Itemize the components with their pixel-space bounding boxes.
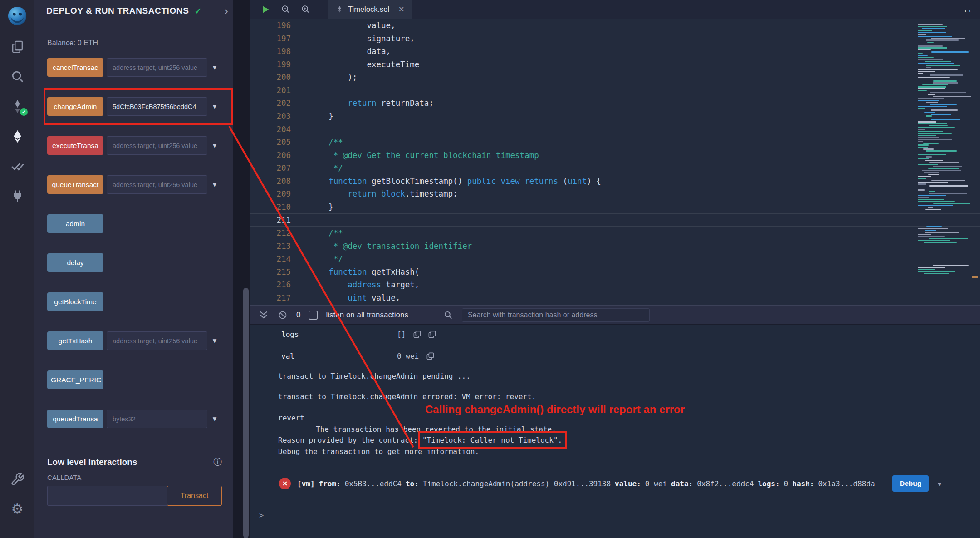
line-number: 215 xyxy=(250,266,291,279)
getTxHash-button[interactable]: getTxHash xyxy=(47,331,103,350)
GRACE_PERIC-button[interactable]: GRACE_PERIC xyxy=(47,370,103,389)
admin-button[interactable]: admin xyxy=(47,214,103,233)
changeAdmin-button[interactable]: changeAdmin xyxy=(47,97,103,116)
tx-value: Timelock.changeAdmin(address) 0xd91...39… xyxy=(423,479,611,488)
debug-button[interactable]: Debug xyxy=(892,475,929,492)
debugger-tools-icon[interactable] xyxy=(8,470,26,488)
line-number: 211 xyxy=(250,214,291,226)
line-number: 203 xyxy=(250,110,291,123)
code-line-204: 204 xyxy=(250,123,980,136)
kv-value: [] xyxy=(397,330,406,339)
remix-logo-icon[interactable] xyxy=(7,5,28,26)
terminal: 0 listen on all transactions logs[]val0 … xyxy=(250,305,980,538)
changeAdmin-input[interactable] xyxy=(107,97,207,116)
plugin-manager-icon[interactable] xyxy=(8,187,26,205)
code-line-197: 197 signature, xyxy=(250,32,980,45)
unit-testing-icon[interactable] xyxy=(8,157,26,175)
settings-gear-icon[interactable]: ⚙ xyxy=(8,500,26,518)
panel-collapse-chevron-icon[interactable]: › xyxy=(224,5,228,17)
line-number: 196 xyxy=(250,19,291,32)
code-line-210: 210 } xyxy=(250,201,980,214)
kv-key: val xyxy=(281,352,397,360)
clear-console-icon[interactable] xyxy=(277,310,288,321)
line-number: 210 xyxy=(250,201,291,214)
queuedTransa-input[interactable] xyxy=(107,410,207,428)
code-line-209: 209 return block.timestamp; xyxy=(250,188,980,201)
copy-icon[interactable] xyxy=(413,330,421,339)
solidity-compiler-icon[interactable]: ✓ xyxy=(8,97,26,115)
queueTransact-button[interactable]: queueTransact xyxy=(47,175,103,194)
tab-timelock-sol[interactable]: Timelock.sol ✕ xyxy=(328,0,412,19)
expand-chevron-icon[interactable]: ▾ xyxy=(207,102,222,111)
expand-transaction-chevron-icon[interactable]: ▾ xyxy=(937,479,942,489)
expand-chevron-icon[interactable]: ▾ xyxy=(207,63,222,72)
function-row-changeAdmin: changeAdmin▾ xyxy=(47,97,222,116)
executeTransa-button[interactable]: executeTransa xyxy=(47,136,103,155)
code-line-207: 207 */ xyxy=(250,162,980,175)
line-number: 200 xyxy=(250,71,291,84)
log-transact-errored: transact to Timelock.changeAdmin errored… xyxy=(278,392,980,401)
expand-terminal-chevrons-icon[interactable] xyxy=(258,310,269,321)
zoom-out-icon[interactable] xyxy=(279,4,291,15)
revert-head: revert xyxy=(278,413,980,424)
tx-label: logs: xyxy=(758,479,779,488)
transact-button[interactable]: Transact xyxy=(167,486,222,506)
kv-key: logs xyxy=(281,330,397,339)
deploy-and-run-icon[interactable] xyxy=(8,127,26,145)
editor-minimap[interactable] xyxy=(916,19,970,305)
code-line-208: 208 function getBlockTimestamp() public … xyxy=(250,175,980,188)
copy-icon[interactable] xyxy=(428,330,436,339)
terminal-kv-val: val0 wei xyxy=(281,350,980,362)
zoom-in-icon[interactable] xyxy=(299,4,311,15)
line-number: 213 xyxy=(250,240,291,253)
line-number: 205 xyxy=(250,136,291,149)
tx-label: to: xyxy=(406,479,419,488)
revert-message-block: revert The transaction has been reverted… xyxy=(278,413,980,457)
tx-value: 0x1a3...d88da xyxy=(818,479,875,488)
terminal-prompt[interactable]: > xyxy=(259,511,980,520)
code-line-202: 202 return returnData; xyxy=(250,97,980,110)
cancelTransac-input[interactable] xyxy=(107,58,207,77)
queuedTransa-button[interactable]: queuedTransa xyxy=(47,410,103,428)
expand-chevron-icon[interactable]: ▾ xyxy=(207,336,222,346)
overview-ruler xyxy=(970,19,980,305)
tx-label: [vm] xyxy=(297,479,315,488)
solidity-file-icon xyxy=(336,5,343,13)
transaction-result-row[interactable]: ✕ [vm]from:0x5B3...eddC4to:Timelock.chan… xyxy=(279,475,942,492)
scrollbar-thumb[interactable] xyxy=(243,288,249,538)
function-row-getTxHash: getTxHash▾ xyxy=(47,331,222,350)
annotation-rectangle-reason: "Timelock: Caller not Timelock". xyxy=(422,436,562,444)
deploy-run-panel: DEPLOY & RUN TRANSACTIONS ✓ › Balance: 0… xyxy=(34,0,233,538)
gear-glyph: ⚙ xyxy=(11,502,24,516)
info-icon[interactable]: ⓘ xyxy=(213,456,222,468)
code-line-196: 196 value, xyxy=(250,19,980,32)
getBlockTime-button[interactable]: getBlockTime xyxy=(47,292,103,311)
cursor-position-marker xyxy=(972,276,978,278)
expand-chevron-icon[interactable]: ▾ xyxy=(207,180,222,189)
delay-button[interactable]: delay xyxy=(47,253,103,272)
toggle-panel-icon[interactable]: ↔ xyxy=(963,4,973,15)
function-row-GRACE_PERIC: GRACE_PERIC xyxy=(47,370,222,389)
listen-all-transactions-checkbox[interactable] xyxy=(309,311,318,320)
function-row-queuedTransa: queuedTransa▾ xyxy=(47,410,222,428)
close-tab-icon[interactable]: ✕ xyxy=(398,5,404,14)
queueTransact-input[interactable] xyxy=(107,175,207,194)
getTxHash-input[interactable] xyxy=(107,331,207,350)
copy-icon[interactable] xyxy=(426,352,435,360)
expand-chevron-icon[interactable]: ▾ xyxy=(207,141,222,150)
code-line-217: 217 uint value, xyxy=(250,291,980,305)
file-explorer-icon[interactable] xyxy=(8,37,26,55)
expand-chevron-icon[interactable]: ▾ xyxy=(207,414,222,424)
calldata-input[interactable] xyxy=(47,486,167,506)
cancelTransac-button[interactable]: cancelTransac xyxy=(47,58,103,77)
terminal-search-input[interactable] xyxy=(462,308,650,322)
terminal-kv-rows: logs[]val0 wei xyxy=(250,328,980,362)
executeTransa-input[interactable] xyxy=(107,136,207,155)
panel-scrollbar xyxy=(233,0,250,538)
calldata-label: CALLDATA xyxy=(47,474,233,481)
icon-bar: ✓ ⚙ xyxy=(0,0,34,538)
code-editor[interactable]: 196 value,197 signature,198 data,199 exe… xyxy=(250,19,980,305)
search-icon[interactable] xyxy=(8,67,26,85)
line-number: 207 xyxy=(250,162,291,175)
run-script-play-icon[interactable] xyxy=(260,4,271,15)
